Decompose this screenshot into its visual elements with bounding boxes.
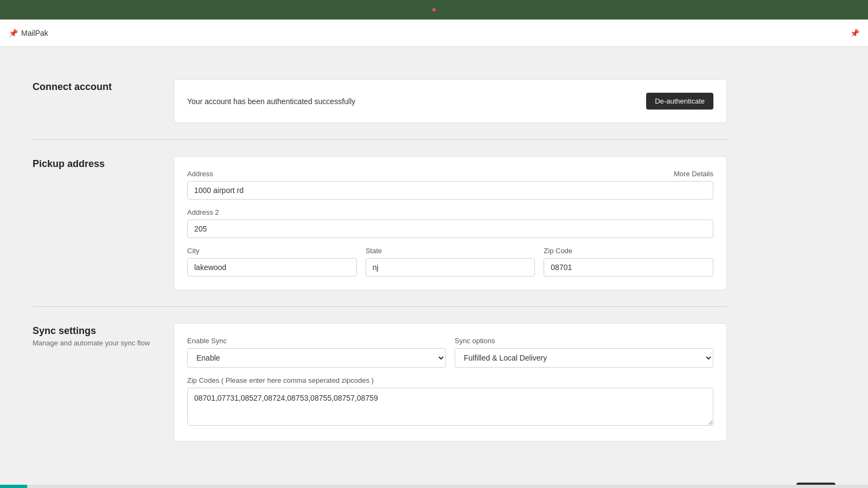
auth-message-row: Your account has been authenticated succ… <box>187 93 713 110</box>
sync-options-label: Sync options <box>455 337 713 345</box>
zipcode-input[interactable] <box>544 258 713 277</box>
main-content: Connect account Your account has been au… <box>0 47 760 474</box>
city-state-zip-row: City State Zip Code <box>187 247 713 277</box>
auth-text: Your account has been authenticated succ… <box>187 97 355 106</box>
nav-bar: 📌 MailPak 📌 <box>0 20 868 47</box>
connect-account-section: Connect account Your account has been au… <box>33 63 727 140</box>
address2-label-row: Address 2 <box>187 208 713 216</box>
top-bar-dot <box>432 8 436 11</box>
state-input[interactable] <box>366 258 535 277</box>
state-col: State <box>366 247 535 277</box>
bottom-bar <box>0 485 868 488</box>
pickup-address-content: Address More Details Address 2 City <box>174 156 727 290</box>
brand-icon: 📌 <box>9 29 18 37</box>
city-input[interactable] <box>187 258 357 277</box>
address-label-row: Address More Details <box>187 170 713 178</box>
sync-options-select[interactable]: Fulfilled & Local Delivery Fulfilled Loc… <box>455 348 713 368</box>
top-bar <box>0 0 868 20</box>
zipcode-label: Zip Code <box>544 247 713 255</box>
address-label: Address <box>187 170 213 178</box>
pickup-address-label: Pickup address <box>33 156 152 290</box>
zip-codes-textarea[interactable]: 08701,07731,08527,08724,08753,08755,0875… <box>187 388 713 426</box>
address2-row: Address 2 <box>187 208 713 238</box>
pickup-address-section: Pickup address Address More Details Addr… <box>33 140 727 307</box>
zipcode-col: Zip Code <box>544 247 713 277</box>
brand-name: MailPak <box>21 29 48 37</box>
nav-pin-icon: 📌 <box>850 29 859 37</box>
sync-settings-label: Sync settings Manage and automate your s… <box>33 323 152 441</box>
sync-options-row: Enable Sync Enable Disable Sync options … <box>187 337 713 368</box>
bottom-bar-progress <box>0 485 27 488</box>
zip-codes-row: Zip Codes ( Please enter here comma sepe… <box>187 376 713 428</box>
sync-settings-content: Enable Sync Enable Disable Sync options … <box>174 323 727 441</box>
address2-input[interactable] <box>187 220 713 238</box>
address2-label: Address 2 <box>187 208 219 216</box>
connect-account-content: Your account has been authenticated succ… <box>174 79 727 123</box>
connect-account-label: Connect account <box>33 79 152 123</box>
sync-settings-section: Sync settings Manage and automate your s… <box>33 307 727 458</box>
sync-settings-title: Sync settings <box>33 325 152 337</box>
address-row: Address More Details <box>187 170 713 200</box>
connect-account-title: Connect account <box>33 81 152 93</box>
deauthenticate-button[interactable]: De-authenticate <box>646 93 713 110</box>
sync-settings-subtitle: Manage and automate your sync flow <box>33 339 152 347</box>
city-col: City <box>187 247 357 277</box>
enable-sync-select[interactable]: Enable Disable <box>187 348 446 368</box>
enable-sync-label: Enable Sync <box>187 337 446 345</box>
state-label: State <box>366 247 535 255</box>
sync-options-col: Sync options Fulfilled & Local Delivery … <box>455 337 713 368</box>
pickup-address-title: Pickup address <box>33 158 152 170</box>
nav-brand: 📌 MailPak <box>9 29 48 37</box>
enable-sync-col: Enable Sync Enable Disable <box>187 337 446 368</box>
zip-codes-label: Zip Codes ( Please enter here comma sepe… <box>187 376 713 384</box>
address-input[interactable] <box>187 181 713 200</box>
city-label: City <box>187 247 357 255</box>
more-details-link[interactable]: More Details <box>674 170 713 178</box>
